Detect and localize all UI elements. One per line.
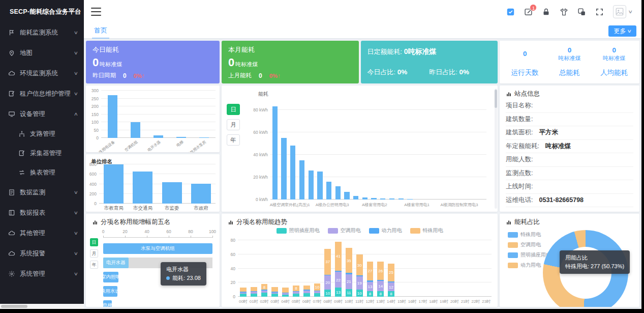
bar[interactable] bbox=[131, 122, 140, 138]
bar[interactable] bbox=[362, 197, 367, 200]
sidebar-scrollbar[interactable] bbox=[0, 304, 84, 309]
bar[interactable]: 室内照明 bbox=[103, 272, 118, 282]
period-tab-月[interactable]: 月 bbox=[90, 249, 98, 258]
bar[interactable] bbox=[281, 138, 286, 200]
stacked-bar[interactable]: 8 bbox=[261, 284, 268, 297]
legend-swatch bbox=[277, 228, 287, 234]
bar[interactable] bbox=[344, 192, 349, 200]
stacked-bar[interactable]: 81327 bbox=[367, 262, 374, 297]
chart-scrollbar[interactable] bbox=[495, 89, 497, 209]
bar[interactable] bbox=[371, 198, 376, 200]
sidebar-item-branch-mgmt[interactable]: 支路管理 bbox=[0, 124, 84, 144]
bar[interactable] bbox=[380, 198, 385, 200]
stacked-bar[interactable] bbox=[282, 288, 289, 297]
message-icon[interactable]: 1 bbox=[524, 8, 533, 16]
stacked-bar[interactable]: 132241 bbox=[335, 242, 342, 297]
bar[interactable] bbox=[353, 196, 358, 200]
theme-icon[interactable] bbox=[560, 8, 568, 16]
sidebar-item-map[interactable]: 地图∨ bbox=[0, 43, 84, 63]
bar[interactable] bbox=[199, 137, 209, 138]
sidebar-item-device-mgmt[interactable]: 设备管理∧ bbox=[0, 104, 84, 124]
stacked-bar[interactable]: 8 bbox=[293, 286, 299, 297]
bar[interactable] bbox=[407, 199, 412, 200]
legend-item[interactable]: 特殊用电 bbox=[508, 231, 551, 238]
bar[interactable] bbox=[176, 137, 186, 138]
legend-item[interactable]: 照明插座用电 bbox=[508, 251, 551, 259]
bar[interactable] bbox=[389, 198, 394, 200]
layers-icon[interactable] bbox=[577, 8, 586, 16]
bar[interactable]: 特殊用水设备 bbox=[103, 286, 117, 297]
bar[interactable] bbox=[154, 135, 163, 138]
period-tab-月[interactable]: 月 bbox=[227, 119, 240, 130]
bar[interactable] bbox=[309, 170, 314, 200]
bar-segment: 21 bbox=[346, 274, 352, 289]
bar[interactable] bbox=[104, 164, 124, 204]
x-tick-label: 12时 bbox=[366, 299, 375, 304]
legend-swatch bbox=[410, 228, 420, 234]
stacked-bar[interactable] bbox=[271, 287, 278, 297]
legend-item[interactable]: 空调用电 bbox=[508, 241, 551, 248]
sidebar-item-tenant-info[interactable]: 租户信息维护管理∨ bbox=[0, 83, 84, 104]
bar[interactable]: 水泵与空调机组 bbox=[103, 243, 212, 254]
legend-item[interactable]: 特殊用电 bbox=[410, 227, 443, 234]
bar[interactable] bbox=[272, 106, 278, 200]
chart-plot: 050100150200250300特殊用电设备空调机组电开水器电梯生活饮用水泵… bbox=[101, 91, 216, 138]
bar[interactable]: 电开水器 bbox=[103, 258, 129, 268]
chart-title: 能耗占比 bbox=[500, 214, 639, 226]
bar[interactable] bbox=[299, 160, 304, 200]
period-tab-年[interactable]: 年 bbox=[90, 261, 98, 269]
y-tick-label: 40 bbox=[226, 266, 238, 271]
period-tab-年[interactable]: 年 bbox=[227, 134, 240, 146]
bar[interactable]: 电梯 bbox=[103, 300, 112, 307]
theme-color-icon[interactable] bbox=[506, 8, 515, 16]
stacked-bar[interactable]: 10 bbox=[314, 283, 321, 297]
stacked-bar[interactable] bbox=[240, 288, 247, 297]
bar[interactable] bbox=[290, 146, 295, 200]
tree-icon bbox=[18, 130, 25, 137]
bar[interactable] bbox=[191, 184, 211, 204]
sidebar-item-env-monitor[interactable]: 环境监测系统∨ bbox=[0, 63, 84, 83]
stacked-bar[interactable] bbox=[303, 286, 310, 297]
bar[interactable] bbox=[335, 186, 341, 200]
legend-item[interactable]: 动力用电 bbox=[369, 227, 402, 234]
stacked-bar[interactable]: 81426 bbox=[377, 262, 384, 297]
stacked-bar[interactable]: 112135 bbox=[346, 248, 352, 297]
x-tick-label: 04时 bbox=[281, 299, 290, 304]
stacked-bar[interactable]: 81225 bbox=[388, 264, 394, 297]
sidebar-item-system-mgmt[interactable]: 系统管理∨ bbox=[0, 264, 84, 284]
sidebar-item-data-report[interactable]: 数据报表∨ bbox=[0, 203, 84, 223]
user-menu[interactable]: ∨ bbox=[613, 5, 632, 18]
tab-home[interactable]: 首页 bbox=[92, 23, 109, 39]
stacked-bar[interactable] bbox=[251, 287, 257, 297]
sidebar-item-collector-mgmt[interactable]: 采集器管理 bbox=[0, 144, 84, 163]
bar[interactable] bbox=[326, 182, 331, 200]
sidebar-item-data-monitor[interactable]: 数据监测∨ bbox=[0, 182, 84, 203]
bar-slot: 市交通局 bbox=[128, 164, 157, 204]
bar[interactable] bbox=[108, 95, 117, 138]
more-button[interactable]: 更多 ∨ bbox=[608, 25, 636, 37]
bar[interactable] bbox=[398, 198, 404, 200]
sidebar-item-meter-swap-mgmt[interactable]: 换表管理 bbox=[0, 163, 84, 182]
stacked-bar[interactable]: 101930 bbox=[356, 254, 363, 297]
site-info-row: 建筑面积:平方米 bbox=[506, 126, 633, 140]
x-tick-label: 19时 bbox=[440, 299, 448, 304]
period-tab-日[interactable]: 日 bbox=[90, 238, 98, 246]
bar[interactable] bbox=[162, 182, 182, 204]
sidebar-scrollbar-thumb[interactable] bbox=[1, 305, 27, 308]
legend-item[interactable]: 空调用电 bbox=[328, 227, 361, 234]
y-tick-label: 20 kWh bbox=[225, 175, 270, 180]
bar-slot: 16时 bbox=[407, 240, 418, 297]
chart-scrollbar-thumb[interactable] bbox=[495, 90, 497, 108]
bar[interactable] bbox=[133, 172, 152, 204]
legend-item[interactable]: 照明插座用电 bbox=[277, 227, 320, 234]
bar-slot bbox=[333, 101, 343, 200]
hamburger-menu-icon[interactable] bbox=[91, 8, 101, 16]
sidebar-item-system-alarm[interactable]: 系统报警∨ bbox=[0, 243, 84, 264]
bar[interactable] bbox=[317, 172, 322, 200]
sidebar-item-energy-monitor[interactable]: 能耗监测系统∨ bbox=[0, 22, 84, 43]
sidebar-item-other-mgmt[interactable]: 其他管理∨ bbox=[0, 223, 84, 243]
avatar[interactable] bbox=[613, 5, 626, 18]
lock-icon[interactable] bbox=[542, 8, 550, 16]
stacked-bar[interactable]: 102037 bbox=[324, 249, 331, 297]
fullscreen-icon[interactable] bbox=[595, 8, 604, 16]
